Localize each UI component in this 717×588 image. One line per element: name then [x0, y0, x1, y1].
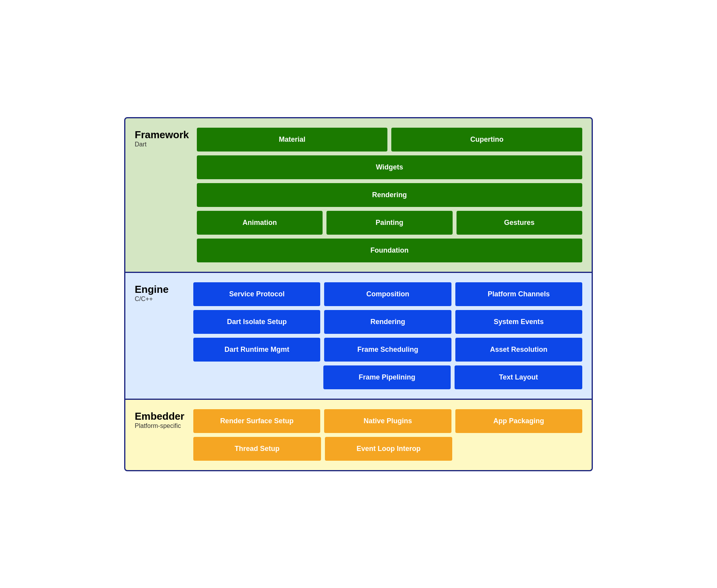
framework-layer: Framework Dart Material Cupertino Widget…	[124, 117, 593, 273]
rendering-button[interactable]: Rendering	[197, 183, 582, 207]
embedder-subtitle: Platform-specific	[135, 422, 185, 429]
engine-row-4: Frame Pipelining Text Layout	[193, 365, 582, 389]
embedder-content: Render Surface Setup Native Plugins App …	[193, 409, 582, 461]
platform-channels-button[interactable]: Platform Channels	[455, 282, 582, 306]
material-button[interactable]: Material	[197, 128, 388, 151]
render-surface-setup-button[interactable]: Render Surface Setup	[193, 409, 320, 433]
framework-row-4: Animation Painting Gestures	[197, 211, 582, 235]
framework-label: Framework Dart	[135, 128, 189, 148]
asset-resolution-button[interactable]: Asset Resolution	[455, 338, 582, 362]
engine-subtitle: C/C++	[135, 296, 185, 303]
composition-button[interactable]: Composition	[324, 282, 451, 306]
embedder-row-1: Render Surface Setup Native Plugins App …	[193, 409, 582, 433]
frame-pipelining-button[interactable]: Frame Pipelining	[323, 365, 451, 389]
cupertino-button[interactable]: Cupertino	[391, 128, 582, 151]
thread-setup-button[interactable]: Thread Setup	[193, 437, 321, 461]
engine-row-2: Dart Isolate Setup Rendering System Even…	[193, 310, 582, 334]
embedder-layer: Embedder Platform-specific Render Surfac…	[124, 400, 593, 471]
embedder-label: Embedder Platform-specific	[135, 409, 185, 430]
framework-content: Material Cupertino Widgets Rendering Ani…	[197, 128, 582, 262]
system-events-button[interactable]: System Events	[455, 310, 582, 334]
app-packaging-button[interactable]: App Packaging	[455, 409, 582, 433]
framework-row-1: Material Cupertino	[197, 128, 582, 151]
engine-layer: Engine C/C++ Service Protocol Compositio…	[124, 273, 593, 400]
foundation-button[interactable]: Foundation	[197, 239, 582, 262]
framework-row-2: Widgets	[197, 155, 582, 179]
gestures-button[interactable]: Gestures	[457, 211, 582, 235]
dart-isolate-setup-button[interactable]: Dart Isolate Setup	[193, 310, 320, 334]
frame-scheduling-button[interactable]: Frame Scheduling	[324, 338, 451, 362]
engine-title: Engine	[135, 284, 185, 295]
service-protocol-button[interactable]: Service Protocol	[193, 282, 320, 306]
text-layout-button[interactable]: Text Layout	[455, 365, 582, 389]
framework-row-3: Rendering	[197, 183, 582, 207]
embedder-title: Embedder	[135, 411, 185, 422]
painting-button[interactable]: Painting	[326, 211, 452, 235]
framework-row-5: Foundation	[197, 239, 582, 262]
engine-label: Engine C/C++	[135, 282, 185, 303]
native-plugins-button[interactable]: Native Plugins	[324, 409, 451, 433]
animation-button[interactable]: Animation	[197, 211, 323, 235]
embedder-row-2: Thread Setup Event Loop Interop	[193, 437, 582, 461]
flutter-architecture-diagram: Framework Dart Material Cupertino Widget…	[124, 117, 593, 471]
dart-runtime-mgmt-button[interactable]: Dart Runtime Mgmt	[193, 338, 320, 362]
engine-row-3: Dart Runtime Mgmt Frame Scheduling Asset…	[193, 338, 582, 362]
engine-rendering-button[interactable]: Rendering	[324, 310, 451, 334]
engine-row-1: Service Protocol Composition Platform Ch…	[193, 282, 582, 306]
engine-content: Service Protocol Composition Platform Ch…	[193, 282, 582, 389]
widgets-button[interactable]: Widgets	[197, 155, 582, 179]
framework-title: Framework	[135, 129, 189, 141]
event-loop-interop-button[interactable]: Event Loop Interop	[325, 437, 453, 461]
framework-subtitle: Dart	[135, 141, 189, 148]
